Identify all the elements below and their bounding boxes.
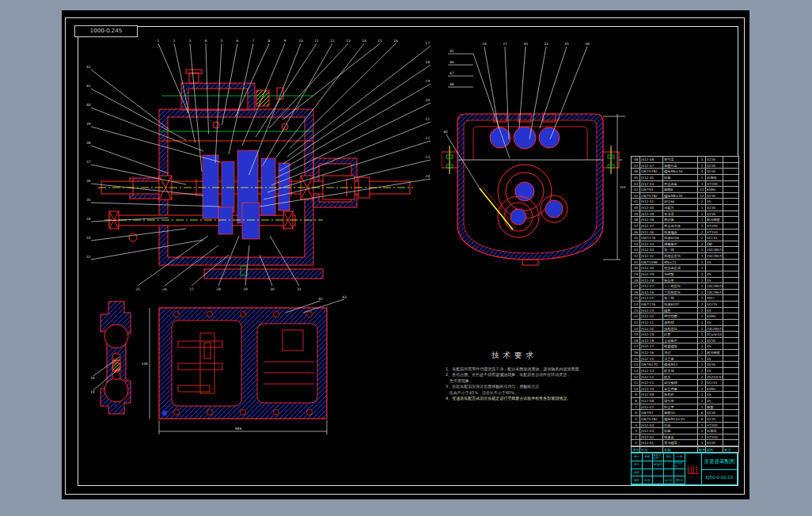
parts-table-cell: 45	[706, 320, 723, 325]
parts-table-cell: 1	[698, 423, 706, 428]
parts-table-cell: 38	[632, 217, 640, 222]
parts-table-cell: 20CrMnTi	[706, 326, 723, 332]
leader-line	[290, 44, 397, 149]
parts-table-cell: 螺母M12	[663, 362, 698, 367]
leader-line	[283, 44, 380, 120]
parts-table-cell: 弹性挡圈	[663, 313, 698, 319]
parts-table-cell: 一二档齿轮	[663, 283, 698, 289]
parts-table-cell: 油标尺	[663, 205, 698, 211]
parts-table-cell: 45	[706, 368, 723, 374]
callout-number: 35	[86, 198, 91, 202]
callout-number: 6	[237, 39, 239, 43]
parts-table-cell: 键6×22	[663, 260, 698, 265]
parts-table-cell	[723, 157, 738, 162]
parts-table-cell	[723, 187, 738, 192]
parts-table-cell	[723, 332, 738, 337]
parts-table-cell	[723, 368, 738, 374]
parts-table-cell: Q235	[706, 338, 723, 343]
parts-table-cell: 12	[632, 374, 640, 380]
parts-table-cell: JS12-21	[640, 320, 663, 325]
title-block-cell: 校核	[632, 469, 643, 477]
parts-table-cell: 纸垫	[663, 428, 698, 434]
callout-number: 3	[189, 39, 192, 43]
technical-requirements-body: 1、装配前所有零件均需清洗干净，配合表面涂润滑油，滚动轴承内涂润滑脂。2、各结合…	[446, 366, 636, 401]
parts-table-cell: JS12-30	[640, 265, 663, 271]
parts-table-cell: JS12-27	[640, 283, 663, 289]
side-profile	[101, 302, 131, 414]
parts-table-cell	[723, 302, 738, 307]
parts-table-cell: 20	[632, 326, 640, 332]
parts-table-cell: HT200	[706, 223, 723, 229]
parts-table-cell: 1	[698, 404, 706, 410]
leader-line	[276, 44, 365, 157]
parts-table-row: 16JS12-16油封2耐油橡胶	[632, 350, 738, 356]
callout-number: 37	[86, 160, 91, 164]
parts-table-cell: JS12-19	[640, 332, 663, 337]
parts-table-cell	[723, 320, 738, 325]
parts-table-cell	[723, 290, 738, 295]
callout-number: 12	[330, 39, 335, 43]
parts-table-cell	[723, 416, 738, 422]
parts-table-row: 3JS12-03纸垫1石棉纸	[632, 428, 738, 434]
parts-table-cell	[723, 362, 738, 367]
parts-table-cell: 1	[632, 440, 640, 446]
parts-table-cell: JS12-32	[640, 253, 663, 259]
parts-table-cell	[723, 235, 738, 241]
parts-table-cell: 1	[698, 362, 706, 367]
parts-table-cell	[723, 163, 738, 169]
tech-requirement-line: 齿高不小于45%，沿齿长不小于60%。	[446, 390, 636, 396]
leader-line	[91, 70, 169, 129]
callout-number: 4	[205, 39, 207, 43]
parts-table-row: 38JS12-38密封垫1耐油橡胶	[632, 217, 738, 223]
title-block-cell: 共1张	[664, 476, 675, 484]
parts-table-cell: 26	[632, 290, 640, 295]
parts-table-cell: 螺栓M8×30	[663, 193, 698, 199]
leader-line	[287, 46, 431, 157]
callout-number: 40	[86, 103, 91, 107]
parts-table-cell: 21	[632, 320, 640, 325]
parts-table-row: 2JS12-02轴承盖2HT150	[632, 434, 738, 441]
parts-table-cell: 定位钢球	[663, 380, 698, 385]
title-block-cell: 签名	[664, 453, 675, 461]
parts-table-cell: 耐油橡胶	[706, 350, 723, 355]
drawing-number: KJ50-0.00.01	[702, 470, 737, 484]
parts-table-row: 4JS12-04后盖1HT200	[632, 423, 738, 429]
parts-table-cell: GB/T5782	[640, 169, 663, 174]
parts-table-row: 33JS12-33第一轴120CrMnTi	[632, 247, 738, 253]
parts-table-cell: Q235	[706, 362, 723, 367]
parts-table-row: 28JS12-28接合套145	[632, 278, 738, 284]
callout-number: 11	[314, 39, 319, 43]
parts-table-cell: 垫圈10	[663, 410, 698, 415]
callout-number: 19	[90, 390, 95, 394]
parts-table-cell: 2	[698, 313, 706, 319]
plan-view: 486 248 42431619	[89, 295, 351, 442]
callout-number: 13	[346, 39, 351, 43]
parts-table-cell: 油封	[663, 350, 698, 355]
parts-table-cell: JS12-17	[640, 343, 663, 349]
parts-table-row: 23JS12-23隔套245	[632, 308, 738, 314]
parts-table-cell: 拨叉轴	[663, 368, 698, 374]
parts-table-row: 30JS12-30同步器总成1	[632, 265, 738, 271]
parts-table-row: 34JS12-34调整垫片208F	[632, 241, 738, 248]
parts-table-cell: 25	[632, 295, 640, 301]
title-block-cell	[664, 469, 675, 477]
callout-number: 35	[564, 42, 569, 46]
parts-table-cell: 1	[698, 175, 706, 180]
callout-number: 29	[243, 287, 248, 291]
shaft-bores	[490, 127, 560, 149]
parts-table-cell: JS12-15	[640, 356, 663, 362]
parts-table-cell: 1	[698, 338, 706, 343]
parts-table-cell: 通气塞	[663, 157, 698, 162]
title-block-grid: 标记处数更改文件号签名日期设计标准化阶段标记校核审核批准共1张第1张	[632, 453, 685, 484]
parts-table-row: 37JS12-37变速器壳体1HT200	[632, 223, 738, 230]
parts-table-cell: 47	[632, 163, 640, 169]
parts-table-cell: 12	[698, 187, 706, 192]
parts-table-cell: 第二轴	[663, 295, 698, 301]
parts-table-cell: 48	[632, 157, 640, 162]
callout-number: 24	[425, 174, 430, 178]
parts-table-cell: 1	[698, 283, 706, 289]
parts-table-cell: JS12-39	[640, 211, 663, 217]
parts-table-cell: HT200	[706, 181, 723, 187]
parts-table-row: 44JS12-44变速器盖1HT200	[632, 181, 738, 188]
title-block-cell: 标记	[632, 453, 643, 461]
